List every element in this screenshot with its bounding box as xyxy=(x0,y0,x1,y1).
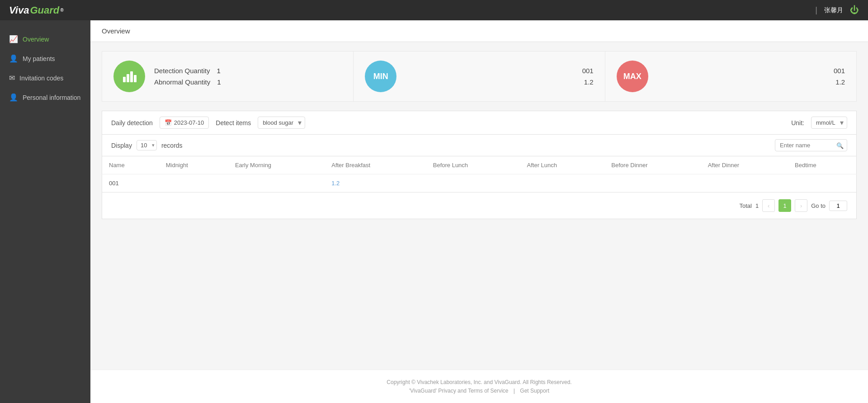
max-stats: 001 1.2 xyxy=(834,67,845,86)
pagination-bar: Total 1 ‹ 1 › Go to xyxy=(102,192,857,219)
footer-separator: | xyxy=(514,388,515,394)
sidebar-item-label-patients: My patients xyxy=(23,55,55,62)
logo-trademark: ® xyxy=(60,8,63,13)
col-after-breakfast: After Breakfast xyxy=(325,156,426,174)
footer-copyright: Copyright © Vivachek Laboratories, Inc. … xyxy=(99,379,859,385)
detection-quantity-value: 1 xyxy=(217,67,220,75)
after-breakfast-value: 1.2 xyxy=(331,180,340,187)
my-patients-icon: 👤 xyxy=(9,54,18,63)
sidebar-item-personal-information[interactable]: 👤 Personal information xyxy=(0,88,90,107)
records-count-wrapper: 10 20 50 xyxy=(137,140,157,150)
detection-stats: Detection Quantity 1 Abnormal Quantity 1 xyxy=(154,67,221,86)
search-icon: 🔍 xyxy=(836,142,844,149)
max-icon: MAX xyxy=(617,61,648,92)
unit-select[interactable]: mmol/L xyxy=(811,117,847,129)
col-early-morning: Early Morning xyxy=(228,156,325,174)
min-icon: MIN xyxy=(365,61,396,92)
min-stats: 001 1.2 xyxy=(582,67,594,86)
logo-viva: Viva xyxy=(9,5,29,16)
next-page-button[interactable]: › xyxy=(795,199,807,212)
logo-guard: Guard xyxy=(30,5,59,16)
logo: VivaGuard® xyxy=(9,5,64,16)
min-summary-card: MIN 001 1.2 xyxy=(354,51,605,102)
abnormal-quantity-label: Abnormal Quantity xyxy=(154,78,210,86)
svg-rect-2 xyxy=(130,71,133,82)
filter-bar: Daily detection 📅 2023-07-10 Detect item… xyxy=(102,111,857,135)
data-table: Name Midnight Early Morning After Breakf… xyxy=(102,156,857,192)
col-bedtime: Bedtime xyxy=(788,156,856,174)
search-input-wrapper: 🔍 xyxy=(775,139,847,151)
detect-items-label: Detect items xyxy=(216,119,251,127)
power-button[interactable]: ⏻ xyxy=(850,5,859,15)
next-icon: › xyxy=(800,202,802,209)
min-id: 001 xyxy=(582,67,594,75)
personal-information-icon: 👤 xyxy=(9,93,18,102)
footer-links: 'VivaGuard' Privacy and Terms of Service… xyxy=(99,388,859,394)
col-midnight: Midnight xyxy=(159,156,228,174)
page-1-button[interactable]: 1 xyxy=(778,199,791,212)
display-label: Display xyxy=(111,142,132,149)
privacy-link[interactable]: 'VivaGuard' Privacy and Terms of Service xyxy=(409,388,509,394)
cell-name: 001 xyxy=(102,174,159,192)
goto-label: Go to xyxy=(811,202,826,209)
main-content: Overview De xyxy=(90,20,868,403)
topbar-divider: | xyxy=(815,5,817,15)
detection-summary-card: Detection Quantity 1 Abnormal Quantity 1 xyxy=(102,51,354,102)
cell-early-morning xyxy=(228,174,325,192)
records-count-select[interactable]: 10 20 50 xyxy=(137,140,157,150)
page-header: Overview xyxy=(90,20,868,42)
total-count: 1 xyxy=(755,202,759,209)
topbar: VivaGuard® | 张馨月 ⏻ xyxy=(0,0,868,20)
col-name: Name xyxy=(102,156,159,174)
detection-quantity-label: Detection Quantity xyxy=(154,67,210,75)
records-label: records xyxy=(161,142,183,149)
table-row: 001 1.2 xyxy=(102,174,857,192)
sidebar-item-my-patients[interactable]: 👤 My patients xyxy=(0,49,90,68)
detect-items-select-wrapper: blood sugar xyxy=(258,117,305,129)
sidebar-item-invitation-codes[interactable]: ✉ Invitation codes xyxy=(0,68,90,88)
detect-items-select[interactable]: blood sugar xyxy=(258,117,305,129)
total-label: Total xyxy=(740,202,752,209)
col-after-dinner: After Dinner xyxy=(701,156,788,174)
overview-icon: 📈 xyxy=(9,35,18,43)
topbar-username: 张馨月 xyxy=(824,6,843,14)
sidebar-item-overview[interactable]: 📈 Overview xyxy=(0,29,90,49)
cell-bedtime xyxy=(788,174,856,192)
svg-rect-0 xyxy=(123,77,126,82)
page-title: Overview xyxy=(102,27,130,35)
detection-quantity-row: Detection Quantity 1 xyxy=(154,67,221,75)
abnormal-quantity-value: 1 xyxy=(217,78,221,86)
date-icon: 📅 xyxy=(165,119,172,126)
support-link[interactable]: Get Support xyxy=(520,388,549,394)
sidebar: 📈 Overview 👤 My patients ✉ Invitation co… xyxy=(0,20,90,403)
sidebar-item-label-personal: Personal information xyxy=(23,94,80,101)
goto-input[interactable] xyxy=(829,201,847,211)
cell-after-lunch xyxy=(520,174,605,192)
cell-before-dinner xyxy=(604,174,701,192)
cell-after-breakfast: 1.2 xyxy=(325,174,426,192)
main-layout: 📈 Overview 👤 My patients ✉ Invitation co… xyxy=(0,20,868,403)
cell-midnight xyxy=(159,174,228,192)
col-before-lunch: Before Lunch xyxy=(426,156,520,174)
max-summary-card: MAX 001 1.2 xyxy=(605,51,857,102)
cell-before-lunch xyxy=(426,174,520,192)
date-value: 2023-07-10 xyxy=(174,119,204,126)
page-1-label: 1 xyxy=(783,202,787,209)
cell-after-dinner xyxy=(701,174,788,192)
svg-rect-3 xyxy=(134,75,137,82)
unit-label: Unit: xyxy=(791,119,804,127)
sidebar-item-label-invitation: Invitation codes xyxy=(19,75,63,82)
invitation-codes-icon: ✉ xyxy=(9,74,15,82)
min-value: 1.2 xyxy=(584,78,594,86)
daily-detection-label: Daily detection xyxy=(111,119,153,127)
max-id: 001 xyxy=(834,67,845,75)
prev-page-button[interactable]: ‹ xyxy=(762,199,775,212)
records-bar: Display 10 20 50 records 🔍 xyxy=(102,135,857,156)
sidebar-item-label-overview: Overview xyxy=(23,36,49,43)
col-after-lunch: After Lunch xyxy=(520,156,605,174)
summary-cards: Detection Quantity 1 Abnormal Quantity 1… xyxy=(102,51,857,102)
date-input[interactable]: 📅 2023-07-10 xyxy=(160,117,209,129)
table-header-row: Name Midnight Early Morning After Breakf… xyxy=(102,156,857,174)
max-value: 1.2 xyxy=(835,78,845,86)
content-area: Detection Quantity 1 Abnormal Quantity 1… xyxy=(90,42,868,370)
